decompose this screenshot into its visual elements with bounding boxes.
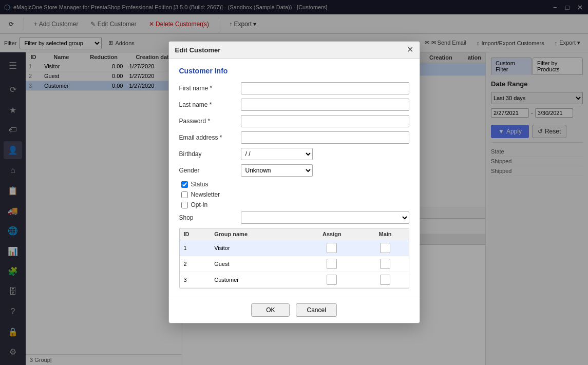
gtable-row-assign[interactable] (302, 272, 362, 288)
gtable-row-main[interactable] (362, 240, 409, 256)
modal-body: Customer Info First name * Last name * P… (169, 59, 420, 297)
gtable-row-name: Visitor (210, 240, 302, 256)
group-assignment-table: ID Group name Assign Main 1 Visitor (180, 228, 409, 288)
gtable-row-assign[interactable] (302, 240, 362, 256)
last-name-row: Last name * (179, 99, 409, 111)
gtable-row-id: 3 (180, 272, 211, 288)
status-checkbox[interactable] (181, 181, 188, 188)
shop-select[interactable] (241, 212, 409, 224)
app-window: ⬡ eMagicOne Store Manager for PrestaShop… (0, 0, 588, 365)
gender-label: Gender (179, 167, 241, 174)
assign-checkbox-3[interactable] (327, 275, 337, 285)
password-row: Password * (179, 115, 409, 127)
gtable-id-header: ID (180, 228, 211, 240)
newsletter-label: Newsletter (191, 191, 220, 198)
newsletter-checkbox[interactable] (181, 191, 188, 198)
status-checkbox-row: Status (181, 181, 409, 188)
group-table-container: ID Group name Assign Main 1 Visitor (179, 228, 409, 289)
edit-customer-modal: Edit Customer ✕ Customer Info First name… (168, 41, 420, 323)
main-checkbox-1[interactable] (380, 243, 390, 253)
email-row: Email address * (179, 131, 409, 144)
birthday-label: Birthday (179, 150, 241, 158)
modal-overlay: Edit Customer ✕ Customer Info First name… (0, 0, 588, 365)
gtable-row-id: 2 (180, 256, 211, 272)
email-label: Email address * (179, 134, 241, 141)
gtable-name-header: Group name (210, 228, 302, 240)
assign-checkbox-1[interactable] (327, 243, 337, 253)
main-checkbox-3[interactable] (380, 275, 390, 285)
optin-checkbox[interactable] (181, 202, 188, 208)
modal-title-bar: Edit Customer ✕ (169, 42, 420, 59)
first-name-input[interactable] (241, 82, 409, 94)
newsletter-checkbox-row: Newsletter (181, 191, 409, 198)
shop-row: Shop (179, 212, 409, 224)
gtable-row-name: Guest (210, 256, 302, 272)
gtable-assign-header: Assign (302, 228, 362, 240)
shop-label: Shop (179, 214, 241, 221)
first-name-row: First name * (179, 82, 409, 94)
assign-checkbox-2[interactable] (327, 259, 337, 269)
modal-footer: OK Cancel (169, 297, 420, 323)
password-label: Password * (179, 118, 241, 125)
cancel-button[interactable]: Cancel (296, 303, 336, 317)
gtable-row-name: Customer (210, 272, 302, 288)
modal-section-title: Customer Info (179, 67, 409, 75)
gtable-row-assign[interactable] (302, 256, 362, 272)
birthday-select[interactable]: / / (241, 148, 313, 160)
password-input[interactable] (241, 115, 409, 127)
status-label: Status (191, 181, 208, 188)
gtable-main-header: Main (362, 228, 409, 240)
group-table-row[interactable]: 1 Visitor (180, 240, 409, 256)
ok-button[interactable]: OK (251, 303, 290, 317)
email-input[interactable] (241, 131, 409, 144)
gtable-row-main[interactable] (362, 256, 409, 272)
birthday-row: Birthday / / (179, 148, 409, 160)
gtable-row-id: 1 (180, 240, 211, 256)
gender-row: Gender Unknown (179, 164, 409, 177)
group-table-row[interactable]: 2 Guest (180, 256, 409, 272)
modal-title: Edit Customer (175, 46, 221, 54)
group-table-row[interactable]: 3 Customer (180, 272, 409, 288)
gender-select[interactable]: Unknown (241, 164, 313, 177)
optin-checkbox-row: Opt-in (181, 201, 409, 208)
main-checkbox-2[interactable] (380, 259, 390, 269)
gtable-row-main[interactable] (362, 272, 409, 288)
last-name-input[interactable] (241, 99, 409, 111)
first-name-label: First name * (179, 85, 241, 92)
last-name-label: Last name * (179, 101, 241, 108)
modal-close-button[interactable]: ✕ (407, 46, 413, 54)
optin-label: Opt-in (191, 201, 208, 208)
